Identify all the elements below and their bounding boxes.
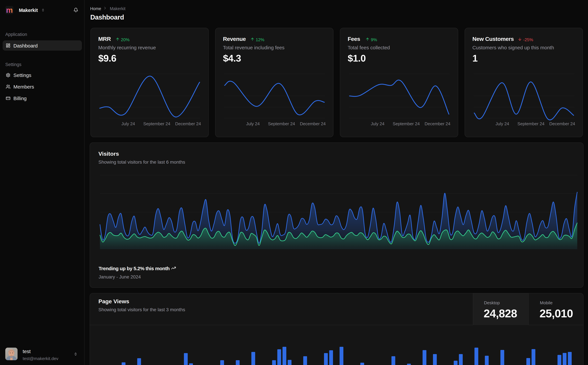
svg-text:December 24: December 24 [175, 121, 201, 126]
svg-text:September 24: September 24 [268, 121, 295, 126]
svg-text:December 24: December 24 [549, 121, 575, 126]
svg-text:September 24: September 24 [143, 121, 170, 126]
svg-text:July 24: July 24 [246, 121, 260, 126]
svg-text:July 24: July 24 [371, 121, 384, 126]
svg-text:December 24: December 24 [425, 121, 450, 126]
svg-text:July 24: July 24 [496, 121, 509, 126]
svg-text:September 24: September 24 [517, 121, 544, 126]
svg-text:December 24: December 24 [300, 121, 326, 126]
svg-text:September 24: September 24 [393, 121, 420, 126]
svg-text:July 24: July 24 [121, 121, 135, 126]
svg-text:m: m [6, 6, 13, 14]
